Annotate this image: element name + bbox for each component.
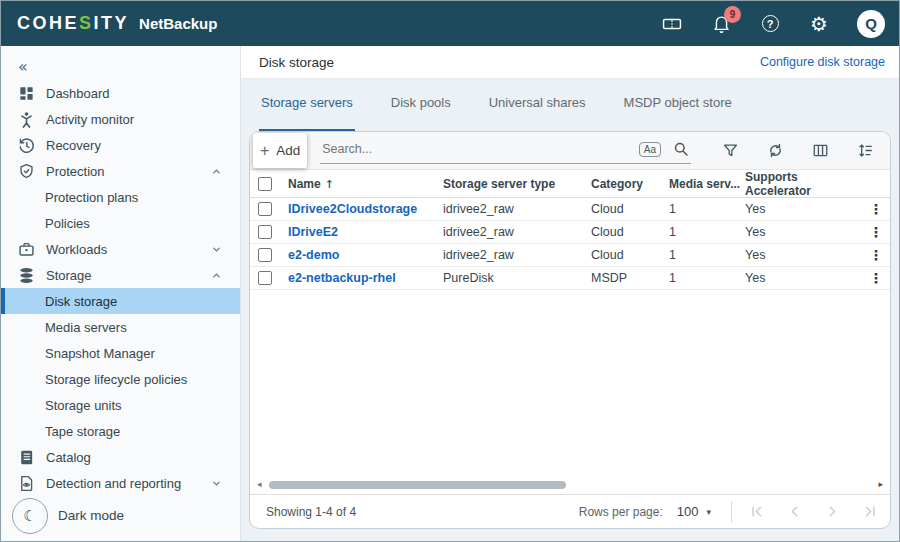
category-cell: Cloud	[591, 225, 669, 239]
sidebar-item-detection-and-reporting[interactable]: Detection and reporting	[1, 470, 240, 496]
select-all-checkbox[interactable]	[258, 177, 272, 191]
category-cell: Cloud	[591, 248, 669, 262]
media-servers-cell: 1	[669, 271, 745, 285]
sidebar-item-workloads[interactable]: Workloads	[1, 236, 240, 262]
column-header-accelerator[interactable]: Supports Accelerator	[745, 170, 862, 198]
match-case-toggle[interactable]: Aa	[639, 142, 661, 157]
dropdown-caret-icon: ▾	[706, 507, 711, 517]
row-actions-kebab-icon[interactable]: ⋮	[862, 225, 890, 239]
protection-icon	[17, 162, 35, 180]
sidebar-item-protection[interactable]: Protection	[1, 158, 240, 184]
storage-servers-card: + Add Aa	[249, 131, 891, 529]
table-header-row: Name↑ Storage server type Category Media…	[250, 170, 890, 198]
user-avatar[interactable]: Q	[857, 10, 885, 38]
filter-icon[interactable]	[721, 142, 739, 160]
sidebar-item-catalog[interactable]: Catalog	[1, 444, 240, 470]
refresh-icon[interactable]	[766, 142, 784, 160]
storage-server-type-cell: idrivee2_raw	[443, 248, 591, 262]
scrollbar-thumb[interactable]	[269, 481, 566, 489]
last-page-button[interactable]	[862, 504, 878, 520]
tab-disk-pools[interactable]: Disk pools	[389, 95, 453, 131]
storage-server-name-link[interactable]: IDrivee2Cloudstorage	[288, 202, 443, 216]
accelerator-cell: Yes	[745, 202, 862, 216]
sidebar-item-media-servers[interactable]: Media servers	[1, 314, 240, 340]
sidebar-item-storage-lifecycle-policies[interactable]: Storage lifecycle policies	[1, 366, 240, 392]
tabs: Storage serversDisk poolsUniversal share…	[241, 79, 899, 131]
page-header: Disk storage Configure disk storage	[241, 46, 899, 79]
footer-divider	[731, 501, 732, 523]
scrollbar-track[interactable]	[267, 480, 874, 490]
sidebar-collapse-icon[interactable]: «	[1, 52, 240, 80]
column-header-media-servers[interactable]: Media serv...	[669, 177, 745, 191]
accelerator-cell: Yes	[745, 248, 862, 262]
accelerator-cell: Yes	[745, 225, 862, 239]
page-title: Disk storage	[259, 55, 334, 70]
row-actions-kebab-icon[interactable]: ⋮	[862, 271, 890, 285]
tab-storage-servers[interactable]: Storage servers	[259, 95, 355, 131]
media-servers-cell: 1	[669, 225, 745, 239]
sidebar-item-storage-units[interactable]: Storage units	[1, 392, 240, 418]
notifications-bell-icon[interactable]: 9	[710, 13, 732, 35]
rows-per-page-label: Rows per page:	[579, 505, 663, 519]
rows-per-page-select[interactable]: 100 ▾	[677, 504, 711, 519]
table-row[interactable]: IDriveE2 idrivee2_raw Cloud 1 Yes ⋮	[250, 221, 890, 244]
sidebar-item-storage[interactable]: Storage	[1, 262, 240, 288]
column-header-category[interactable]: Category	[591, 177, 669, 191]
column-header-type[interactable]: Storage server type	[443, 177, 591, 191]
main-content: Disk storage Configure disk storage Stor…	[241, 46, 899, 541]
search-input[interactable]	[320, 141, 639, 157]
first-page-button[interactable]	[748, 504, 764, 520]
scroll-left-arrow-icon[interactable]: ◂	[257, 480, 262, 489]
table-row[interactable]: IDrivee2Cloudstorage idrivee2_raw Cloud …	[250, 198, 890, 221]
storage-server-name-link[interactable]: e2-demo	[288, 248, 443, 262]
sidebar-item-recovery[interactable]: Recovery	[1, 132, 240, 158]
recovery-icon	[17, 136, 35, 154]
table-row[interactable]: e2-demo idrivee2_raw Cloud 1 Yes ⋮	[250, 244, 890, 267]
sidebar-item-disk-storage[interactable]: Disk storage	[1, 288, 240, 314]
activity-icon	[17, 110, 35, 128]
catalog-icon	[17, 448, 35, 466]
columns-icon[interactable]	[811, 142, 829, 160]
tab-msdp-object-store[interactable]: MSDP object store	[622, 95, 734, 131]
row-actions-kebab-icon[interactable]: ⋮	[862, 202, 890, 216]
sidebar-item-snapshot-manager[interactable]: Snapshot Manager	[1, 340, 240, 366]
row-checkbox[interactable]	[258, 271, 272, 285]
search-field: Aa	[320, 137, 691, 164]
column-header-name[interactable]: Name↑	[288, 177, 443, 191]
top-navigation-bar: COHESITY NetBackup 9 ? ⚙ Q	[1, 1, 899, 46]
accelerator-cell: Yes	[745, 271, 862, 285]
sidebar-item-tape-storage[interactable]: Tape storage	[1, 418, 240, 444]
sidebar-item-protection-plans[interactable]: Protection plans	[1, 184, 240, 210]
row-checkbox[interactable]	[258, 248, 272, 262]
row-density-icon[interactable]	[856, 142, 874, 160]
chevron-down-icon	[211, 244, 222, 255]
tab-universal-shares[interactable]: Universal shares	[487, 95, 588, 131]
configure-disk-storage-link[interactable]: Configure disk storage	[760, 55, 885, 69]
settings-gear-icon[interactable]: ⚙	[808, 13, 830, 35]
row-checkbox[interactable]	[258, 202, 272, 216]
next-page-button[interactable]	[824, 504, 840, 520]
scroll-right-arrow-icon[interactable]: ▸	[878, 480, 883, 489]
row-checkbox[interactable]	[258, 225, 272, 239]
table-row[interactable]: e2-netbackup-rhel PureDisk MSDP 1 Yes ⋮	[250, 267, 890, 290]
help-icon[interactable]: ?	[759, 13, 781, 35]
add-button[interactable]: + Add	[253, 133, 307, 168]
storage-server-type-cell: idrivee2_raw	[443, 225, 591, 239]
sidebar-item-activity-monitor[interactable]: Activity monitor	[1, 106, 240, 132]
support-ticket-icon[interactable]	[661, 13, 683, 35]
app-window: COHESITY NetBackup 9 ? ⚙ Q « Dashboard A	[0, 0, 900, 542]
product-name: NetBackup	[139, 15, 217, 32]
row-actions-kebab-icon[interactable]: ⋮	[862, 248, 890, 262]
dark-mode-toggle[interactable]: ☾	[12, 498, 48, 534]
previous-page-button[interactable]	[786, 504, 802, 520]
dark-mode-label: Dark mode	[58, 508, 124, 523]
media-servers-cell: 1	[669, 202, 745, 216]
sidebar-item-dashboard[interactable]: Dashboard	[1, 80, 240, 106]
sidebar-item-policies[interactable]: Policies	[1, 210, 240, 236]
search-icon[interactable]	[673, 141, 689, 157]
storage-server-name-link[interactable]: e2-netbackup-rhel	[288, 271, 443, 285]
sort-ascending-icon: ↑	[325, 178, 334, 191]
storage-server-name-link[interactable]: IDriveE2	[288, 225, 443, 239]
chevron-up-icon	[211, 270, 222, 281]
plus-icon: +	[260, 143, 269, 159]
